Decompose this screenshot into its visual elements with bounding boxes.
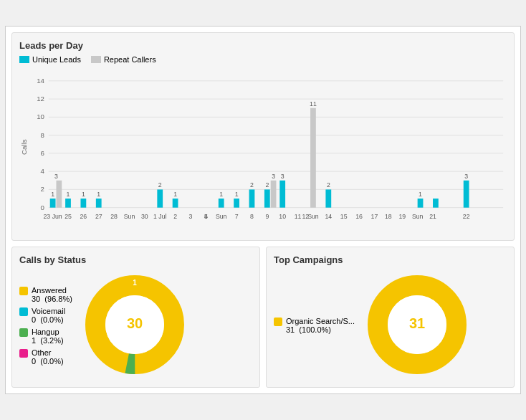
legend-organic: Organic Search/S...31 (100.0%) — [274, 317, 355, 334]
other-swatch — [19, 349, 28, 358]
organic-swatch — [274, 318, 282, 326]
calls-donut-wrap: 30 1 — [81, 271, 188, 380]
svg-rect-43 — [310, 108, 316, 208]
svg-text:1: 1 — [173, 191, 177, 198]
svg-rect-21 — [65, 199, 71, 208]
svg-text:2: 2 — [173, 213, 177, 220]
svg-text:Sun: Sun — [412, 213, 424, 220]
unique-swatch — [19, 56, 29, 63]
svg-text:0: 0 — [41, 204, 45, 211]
svg-text:14: 14 — [325, 213, 332, 220]
svg-rect-29 — [173, 199, 178, 208]
svg-text:7: 7 — [235, 213, 239, 220]
legend-unique: Unique Leads — [19, 55, 81, 64]
campaigns-donut-wrap: 31 — [363, 271, 471, 380]
calls-donut-area: Answered30 (96.8%) Voicemail0 (0.0%) Han… — [19, 271, 252, 380]
svg-text:10: 10 — [37, 113, 44, 120]
svg-rect-17 — [50, 199, 56, 208]
svg-text:2: 2 — [250, 181, 254, 188]
svg-rect-45 — [325, 189, 331, 207]
dashboard: Leads per Day Unique Leads Repeat Caller… — [5, 26, 521, 394]
svg-rect-25 — [96, 199, 102, 208]
svg-text:1: 1 — [235, 191, 239, 198]
svg-text:3: 3 — [189, 213, 193, 220]
svg-text:10: 10 — [279, 213, 286, 220]
svg-text:9: 9 — [265, 213, 269, 220]
svg-text:Sun: Sun — [124, 213, 135, 220]
legend-voicemail: Voicemail0 (0.0%) — [19, 307, 72, 324]
calls-by-status-title: Calls by Status — [19, 254, 252, 265]
svg-text:6: 6 — [41, 149, 44, 157]
svg-text:1: 1 — [51, 191, 54, 198]
hangup-swatch — [19, 328, 28, 337]
svg-rect-27 — [157, 189, 163, 207]
svg-text:Sun: Sun — [216, 213, 227, 220]
bottom-row: Calls by Status Answered30 (96.8%) Voice… — [11, 247, 515, 388]
svg-text:27: 27 — [95, 213, 102, 220]
svg-text:21: 21 — [429, 213, 436, 220]
campaigns-legend: Organic Search/S...31 (100.0%) — [274, 317, 355, 334]
svg-rect-35 — [249, 189, 255, 207]
svg-text:5: 5 — [204, 213, 208, 220]
svg-text:1: 1 — [97, 191, 100, 198]
svg-text:8: 8 — [250, 213, 254, 220]
calls-legend: Answered30 (96.8%) Voicemail0 (0.0%) Han… — [19, 286, 72, 366]
svg-text:28: 28 — [110, 213, 118, 220]
legend-other: Other0 (0.0%) — [19, 348, 72, 366]
svg-text:3: 3 — [281, 173, 284, 180]
organic-label: Organic Search/S...31 (100.0%) — [286, 317, 355, 334]
svg-text:18: 18 — [385, 213, 392, 220]
hangup-label: Hangup1 (3.2%) — [32, 328, 64, 345]
voicemail-label: Voicemail0 (0.0%) — [32, 307, 65, 324]
svg-rect-41 — [279, 181, 285, 208]
top-campaigns-title: Top Campaigns — [274, 254, 507, 265]
svg-rect-18 — [56, 181, 62, 208]
voicemail-swatch — [19, 307, 28, 316]
svg-text:3: 3 — [272, 173, 275, 180]
answered-swatch — [19, 287, 28, 295]
svg-text:2: 2 — [265, 181, 269, 188]
svg-text:3: 3 — [464, 173, 468, 180]
svg-text:15: 15 — [340, 213, 348, 220]
bar-chart: 14 12 10 8 6 4 2 0 Calls — [19, 68, 507, 233]
svg-text:25: 25 — [64, 213, 72, 220]
svg-rect-23 — [80, 199, 86, 208]
svg-rect-37 — [264, 189, 270, 207]
leads-legend: Unique Leads Repeat Callers — [19, 55, 507, 64]
svg-rect-49 — [433, 199, 439, 208]
svg-rect-47 — [418, 199, 424, 208]
svg-text:19: 19 — [398, 213, 406, 220]
legend-hangup: Hangup1 (3.2%) — [19, 328, 72, 345]
calls-by-status-panel: Calls by Status Answered30 (96.8%) Voice… — [11, 247, 260, 388]
svg-text:2: 2 — [327, 181, 330, 188]
top-campaigns-panel: Top Campaigns Organic Search/S...31 (100… — [266, 247, 515, 388]
unique-label: Unique Leads — [32, 55, 81, 64]
svg-text:3: 3 — [54, 173, 58, 180]
svg-rect-50 — [464, 181, 469, 208]
svg-text:Calls: Calls — [20, 139, 28, 155]
svg-text:30: 30 — [127, 315, 143, 331]
svg-rect-33 — [234, 199, 239, 208]
svg-text:31: 31 — [409, 315, 425, 331]
svg-text:11: 11 — [310, 100, 317, 108]
legend-answered: Answered30 (96.8%) — [19, 286, 72, 303]
svg-text:2: 2 — [158, 181, 162, 188]
repeat-label: Repeat Callers — [104, 55, 156, 64]
svg-rect-31 — [219, 199, 224, 208]
answered-label: Answered30 (96.8%) — [32, 286, 72, 303]
svg-text:1: 1 — [133, 279, 137, 287]
other-label: Other0 (0.0%) — [32, 348, 64, 366]
campaigns-donut-svg: 31 — [363, 271, 471, 378]
svg-text:14: 14 — [37, 77, 44, 85]
legend-repeat: Repeat Callers — [91, 55, 156, 64]
leads-title: Leads per Day — [19, 40, 507, 51]
leads-panel: Leads per Day Unique Leads Repeat Caller… — [11, 32, 515, 241]
repeat-swatch — [91, 56, 101, 63]
svg-text:Sun: Sun — [307, 213, 319, 220]
svg-text:8: 8 — [41, 131, 44, 139]
svg-text:11: 11 — [295, 213, 302, 220]
svg-text:2: 2 — [41, 185, 44, 193]
svg-text:1: 1 — [67, 191, 70, 198]
svg-text:1: 1 — [419, 191, 422, 198]
bar-chart-svg: 14 12 10 8 6 4 2 0 Calls — [19, 68, 507, 233]
